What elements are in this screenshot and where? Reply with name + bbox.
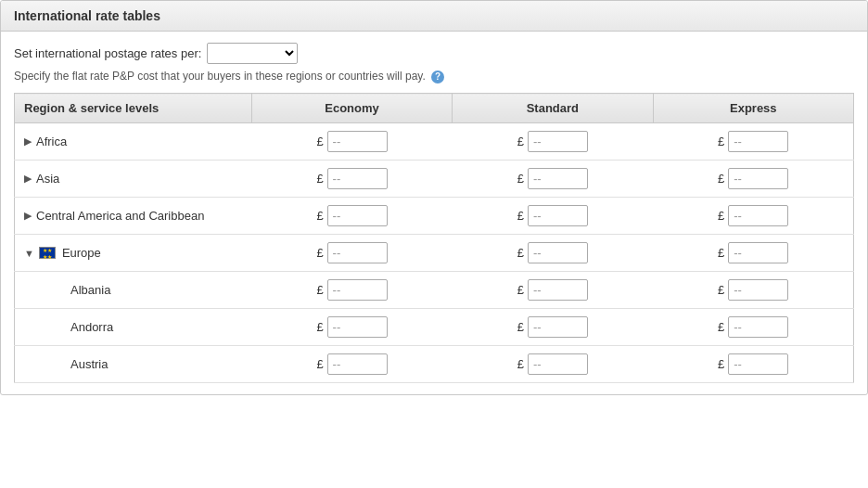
currency-symbol: £: [316, 357, 323, 371]
info-row: Specify the flat rate P&P cost that your…: [14, 70, 854, 83]
expand-arrow-central-america[interactable]: ▶: [24, 210, 32, 222]
express-cell-andorra: £: [653, 309, 853, 346]
postage-rate-select[interactable]: -- Weight Order value: [208, 44, 297, 63]
economy-input-europe[interactable]: [327, 242, 388, 263]
table-row: Andorra £ £: [15, 309, 854, 346]
economy-input-central-america[interactable]: [327, 205, 388, 226]
express-cell-europe: £: [653, 235, 853, 272]
panel-body: Set international postage rates per: -- …: [1, 32, 867, 394]
currency-symbol: £: [718, 283, 724, 297]
express-cell-austria: £: [653, 346, 853, 383]
region-name-central-america: Central America and Caribbean: [36, 209, 204, 223]
region-name-africa: Africa: [36, 135, 67, 148]
express-input-albania[interactable]: [728, 279, 788, 301]
currency-symbol: £: [316, 320, 323, 334]
economy-cell-central-america: £: [251, 198, 452, 235]
table-row: ▶ Asia £ £: [15, 161, 854, 198]
currency-symbol: £: [517, 172, 524, 186]
currency-symbol: £: [316, 135, 323, 148]
rate-table: Region & service levels Economy Standard…: [14, 93, 854, 383]
express-cell-africa: £: [653, 123, 853, 161]
expand-arrow-europe[interactable]: ▼: [24, 248, 34, 259]
standard-input-andorra[interactable]: [528, 316, 588, 338]
currency-symbol: £: [718, 135, 724, 148]
express-input-asia[interactable]: [728, 168, 788, 189]
express-input-austria[interactable]: [728, 353, 788, 375]
eu-flag: ★★★★: [39, 247, 56, 259]
economy-cell-africa: £: [251, 123, 452, 161]
currency-symbol: £: [718, 246, 724, 260]
economy-input-austria[interactable]: [327, 353, 388, 375]
express-cell-asia: £: [653, 161, 853, 198]
expand-arrow-africa[interactable]: ▶: [24, 135, 32, 148]
region-cell-andorra: Andorra: [15, 309, 252, 346]
standard-input-asia[interactable]: [528, 168, 588, 189]
col-header-economy: Economy: [251, 94, 452, 123]
economy-input-asia[interactable]: [327, 168, 388, 189]
table-row: ▶ Central America and Caribbean £ £: [15, 198, 854, 235]
region-cell-austria: Austria: [15, 346, 252, 383]
economy-cell-austria: £: [251, 346, 452, 383]
economy-cell-asia: £: [251, 161, 452, 198]
standard-cell-andorra: £: [453, 309, 653, 346]
currency-symbol: £: [718, 209, 724, 223]
region-cell-europe: ▼ ★★★★ Europe: [15, 235, 252, 272]
postage-rate-select-wrapper[interactable]: -- Weight Order value: [207, 43, 298, 64]
region-name-asia: Asia: [36, 172, 59, 186]
express-input-central-america[interactable]: [728, 205, 788, 226]
standard-cell-africa: £: [453, 123, 653, 161]
express-cell-central-america: £: [653, 198, 853, 235]
col-header-region: Region & service levels: [15, 94, 252, 123]
col-header-standard: Standard: [453, 94, 653, 123]
express-input-andorra[interactable]: [728, 316, 788, 338]
currency-symbol: £: [517, 209, 524, 223]
info-icon[interactable]: ?: [431, 71, 444, 83]
currency-symbol: £: [517, 320, 524, 334]
economy-cell-andorra: £: [251, 309, 452, 346]
express-input-africa[interactable]: [728, 131, 788, 152]
col-header-express: Express: [653, 94, 853, 123]
express-cell-albania: £: [653, 272, 853, 309]
standard-input-africa[interactable]: [528, 131, 588, 152]
region-cell-albania: Albania: [15, 272, 252, 309]
region-cell-africa: ▶ Africa: [15, 123, 252, 161]
currency-symbol: £: [517, 246, 524, 260]
table-row: ▼ ★★★★ Europe £: [15, 235, 854, 272]
standard-cell-austria: £: [453, 346, 653, 383]
currency-symbol: £: [316, 283, 323, 297]
currency-symbol: £: [316, 246, 323, 260]
currency-symbol: £: [517, 135, 524, 148]
standard-cell-albania: £: [453, 272, 653, 309]
expand-arrow-asia[interactable]: ▶: [24, 173, 32, 185]
panel-title: International rate tables: [14, 8, 160, 23]
currency-symbol: £: [718, 320, 724, 334]
standard-input-albania[interactable]: [528, 279, 588, 301]
settings-label: Set international postage rates per:: [14, 46, 201, 60]
standard-cell-asia: £: [453, 161, 653, 198]
standard-input-europe[interactable]: [528, 242, 588, 263]
economy-input-africa[interactable]: [327, 131, 388, 152]
currency-symbol: £: [517, 357, 524, 371]
standard-cell-central-america: £: [453, 198, 653, 235]
economy-cell-albania: £: [251, 272, 452, 309]
table-row: Albania £ £: [15, 272, 854, 309]
country-name-austria: Austria: [24, 357, 242, 371]
country-name-albania: Albania: [24, 283, 242, 297]
economy-cell-europe: £: [251, 235, 452, 272]
international-rate-tables-panel: International rate tables Set internatio…: [0, 0, 868, 395]
standard-input-central-america[interactable]: [528, 205, 588, 226]
table-row: ▶ Africa £ £: [15, 123, 854, 161]
country-name-andorra: Andorra: [24, 320, 242, 334]
info-text: Specify the flat rate P&P cost that your…: [14, 70, 426, 83]
region-cell-asia: ▶ Asia: [15, 161, 252, 198]
economy-input-albania[interactable]: [327, 279, 388, 301]
standard-cell-europe: £: [453, 235, 653, 272]
settings-row: Set international postage rates per: -- …: [14, 43, 854, 64]
economy-input-andorra[interactable]: [327, 316, 388, 338]
region-name-europe: Europe: [62, 246, 101, 260]
currency-symbol: £: [718, 172, 724, 186]
express-input-europe[interactable]: [728, 242, 788, 263]
standard-input-austria[interactable]: [528, 353, 588, 375]
currency-symbol: £: [316, 172, 323, 186]
region-cell-central-america: ▶ Central America and Caribbean: [15, 198, 252, 235]
